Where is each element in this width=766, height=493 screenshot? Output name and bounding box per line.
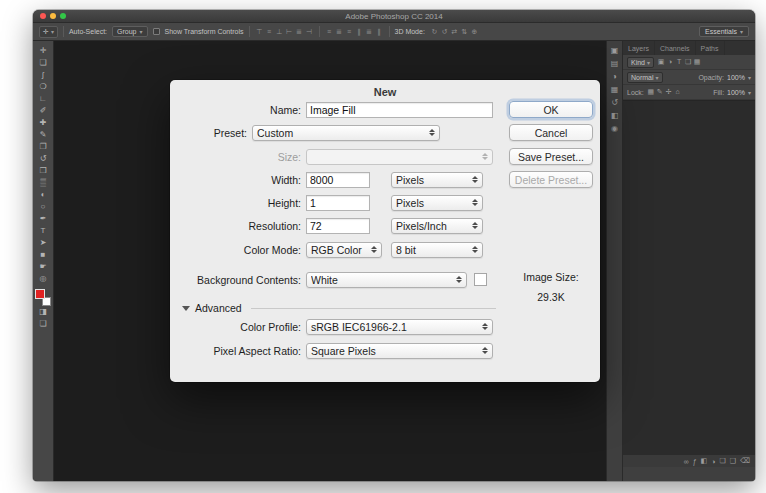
align-vertical-centers-icon[interactable]: ≡: [265, 28, 274, 36]
color-profile-label: Color Profile:: [180, 321, 306, 333]
name-label: Name:: [180, 104, 306, 116]
move-tool[interactable]: ✛: [35, 45, 52, 57]
auto-select-dropdown[interactable]: Group ▾: [112, 26, 147, 37]
lock-position-icon[interactable]: ✢: [665, 88, 673, 96]
adjustment-layer-icon[interactable]: ◑: [711, 458, 715, 465]
lock-pixels-icon[interactable]: ✎: [656, 88, 664, 96]
blend-mode-dropdown[interactable]: Normal ▾: [627, 72, 663, 83]
height-input[interactable]: [306, 195, 370, 211]
panel-tab[interactable]: Paths: [696, 41, 725, 55]
link-layers-icon[interactable]: ∞: [684, 458, 689, 465]
color-mode-select[interactable]: RGB Color: [306, 242, 382, 258]
clone-stamp-tool[interactable]: ❐: [35, 141, 52, 153]
toolbar-foreground-swatch[interactable]: [35, 289, 45, 299]
resolution-unit-value: Pixels/Inch: [396, 220, 468, 232]
color-panel-icon[interactable]: ▣: [611, 46, 619, 55]
pixel-layer-filter-icon[interactable]: ▣: [657, 58, 665, 66]
gradient-tool[interactable]: ▒: [35, 177, 52, 189]
zoom-tool[interactable]: ◎: [35, 273, 52, 285]
rectangle-tool[interactable]: ■: [35, 249, 52, 261]
crop-tool[interactable]: ∟: [35, 93, 52, 105]
align-left-edges-icon[interactable]: ⊢: [285, 28, 294, 36]
distribute-left-edges-icon[interactable]: ∥: [355, 28, 364, 36]
shape-layer-filter-icon[interactable]: ❏: [684, 58, 692, 66]
pen-tool[interactable]: ✒: [35, 213, 52, 225]
swatches-panel-icon[interactable]: ▤: [611, 59, 619, 68]
fill-value[interactable]: 100%: [727, 89, 745, 96]
horizontal-type-tool[interactable]: T: [35, 225, 52, 237]
align-top-edges-icon[interactable]: ⊤: [255, 28, 264, 36]
tool-preset-picker[interactable]: ✛ ▾: [39, 26, 58, 38]
align-right-edges-icon[interactable]: ⊣: [305, 28, 314, 36]
pixel-aspect-ratio-select[interactable]: Square Pixels: [306, 343, 493, 359]
background-color-swatch[interactable]: [474, 273, 487, 286]
spot-healing-brush-tool[interactable]: ✚: [35, 117, 52, 129]
resolution-input[interactable]: [306, 218, 370, 234]
distribute-bottom-edges-icon[interactable]: ≡: [345, 28, 354, 36]
align-horizontal-centers-icon[interactable]: ≣: [295, 28, 304, 36]
color-profile-select[interactable]: sRGB IEC61966-2.1: [306, 319, 493, 335]
layer-style-icon[interactable]: ƒ: [693, 458, 697, 465]
styles-panel-icon[interactable]: ▦: [611, 85, 619, 94]
eraser-tool[interactable]: ❒: [35, 165, 52, 177]
3d-drag-icon[interactable]: ⇄: [450, 28, 459, 36]
name-input[interactable]: [306, 102, 493, 118]
save-preset-button[interactable]: Save Preset...: [509, 148, 593, 165]
hand-tool[interactable]: ☛: [35, 261, 52, 273]
layers-panel-footer: ∞ƒ◧◑❏❑⌫: [623, 454, 755, 467]
cancel-button[interactable]: Cancel: [509, 124, 593, 141]
adjustment-layer-filter-icon[interactable]: ◑: [666, 58, 674, 66]
width-unit-value: Pixels: [396, 174, 468, 186]
width-input[interactable]: [306, 172, 370, 188]
eyedropper-tool[interactable]: ✐: [35, 105, 52, 117]
rectangular-marquee-tool[interactable]: ❏: [35, 57, 52, 69]
3d-rotate-icon[interactable]: ↻: [430, 28, 439, 36]
popup-arrows-icon: [472, 199, 478, 206]
distribute-top-edges-icon[interactable]: ≡: [325, 28, 334, 36]
3d-roll-icon[interactable]: ↺: [440, 28, 449, 36]
delete-preset-button[interactable]: Delete Preset...: [509, 171, 593, 188]
distribute-vertical-centers-icon[interactable]: ≣: [335, 28, 344, 36]
quick-selection-tool[interactable]: ❍: [35, 81, 52, 93]
lasso-tool[interactable]: ʃ: [35, 69, 52, 81]
lock-transparency-icon[interactable]: ▦: [647, 88, 655, 96]
distribute-right-edges-icon[interactable]: ∥: [375, 28, 384, 36]
show-transform-checkbox[interactable]: [153, 28, 160, 35]
opacity-value[interactable]: 100%: [727, 74, 745, 81]
workspace-switcher[interactable]: Essentials ▾: [699, 26, 749, 37]
path-selection-tool[interactable]: ➤: [35, 237, 52, 249]
preset-select[interactable]: Custom: [252, 125, 440, 141]
resolution-unit-select[interactable]: Pixels/Inch: [391, 218, 483, 234]
bit-depth-value: 8 bit: [396, 244, 468, 256]
width-unit-select[interactable]: Pixels: [391, 172, 483, 188]
info-panel-icon[interactable]: ◉: [611, 124, 618, 133]
3d-scale-icon[interactable]: ⊕: [470, 28, 479, 36]
ok-button[interactable]: OK: [509, 101, 593, 118]
type-layer-filter-icon[interactable]: T: [675, 58, 683, 66]
distribute-horizontal-centers-icon[interactable]: ≣: [365, 28, 374, 36]
background-contents-select[interactable]: White: [306, 272, 467, 288]
align-bottom-edges-icon[interactable]: ⊥: [275, 28, 284, 36]
height-unit-select[interactable]: Pixels: [391, 195, 483, 211]
3d-slide-icon[interactable]: ⇅: [460, 28, 469, 36]
properties-panel-icon[interactable]: ◧: [611, 111, 619, 120]
screen-mode-button[interactable]: ❏: [35, 318, 52, 330]
smart-object-filter-icon[interactable]: ▦: [693, 58, 701, 66]
delete-layer-icon[interactable]: ⌫: [740, 457, 750, 465]
bit-depth-select[interactable]: 8 bit: [391, 242, 483, 258]
history-panel-icon[interactable]: ↺: [611, 98, 618, 107]
new-layer-icon[interactable]: ❑: [730, 457, 736, 465]
panel-tab[interactable]: Channels: [655, 41, 696, 55]
layer-filter-dropdown[interactable]: Kind ▾: [627, 57, 654, 68]
lock-all-icon[interactable]: ⌂: [674, 88, 682, 96]
history-brush-tool[interactable]: ↺: [35, 153, 52, 165]
new-group-icon[interactable]: ❏: [720, 457, 726, 465]
adjustments-panel-icon[interactable]: ◑: [612, 72, 617, 81]
quick-mask-mode-button[interactable]: ◨: [35, 306, 52, 318]
panel-tab[interactable]: Layers: [623, 41, 655, 55]
blur-tool[interactable]: ◐: [35, 189, 52, 201]
brush-tool[interactable]: ✎: [35, 129, 52, 141]
dodge-tool[interactable]: ○: [35, 201, 52, 213]
add-layer-mask-icon[interactable]: ◧: [701, 457, 708, 465]
advanced-disclosure[interactable]: Advanced: [182, 302, 496, 314]
